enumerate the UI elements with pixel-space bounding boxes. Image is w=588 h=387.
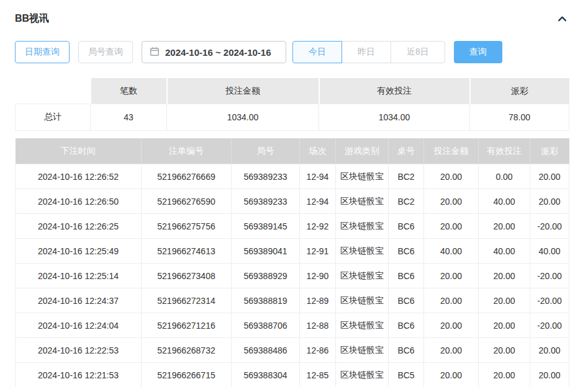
table-row: 2024-10-16 12:24:37 521966272314 5693888…: [16, 288, 569, 313]
cell-session: 12-94: [300, 164, 336, 189]
cell-session: 12-90: [300, 264, 336, 288]
cell-valid-bet: 20.00: [479, 338, 530, 363]
table-row: 2024-10-16 12:26:50 521966276590 5693892…: [16, 189, 569, 214]
header-payout: 派彩: [530, 138, 569, 164]
header-order-no: 注单编号: [142, 138, 232, 164]
cell-payout: 40.00: [530, 239, 569, 264]
cell-payout: -20.00: [530, 264, 569, 288]
cell-game-type: 区块链骰宝: [336, 264, 389, 288]
round-query-tab[interactable]: 局号查询: [78, 41, 133, 63]
summary-header-valid: 有效投注: [319, 78, 470, 104]
cell-round-no: 569388486: [232, 338, 300, 363]
header-table-no: 桌号: [389, 138, 424, 164]
table-row: 2024-10-16 12:26:52 521966276669 5693892…: [16, 164, 569, 189]
cell-bet-time: 2024-10-16 12:24:37: [16, 288, 142, 313]
cell-session: 12-88: [300, 313, 336, 338]
bet-amount-link[interactable]: 20.00: [424, 164, 479, 189]
panel: BB视讯 日期查询 局号查询 2024-10-16 ~ 2024-10-16 今…: [0, 0, 588, 387]
cell-session: 12-91: [300, 239, 336, 264]
bet-records-table: 下注时间 注单编号 局号 场次 游戏类别 桌号 投注金额 有效投注 派彩 202…: [15, 138, 569, 387]
cell-order-no: 521966276590: [142, 189, 232, 214]
cell-payout: -20.00: [530, 288, 569, 313]
cell-bet-time: 2024-10-16 12:22:53: [16, 338, 142, 363]
summary-total-payout: 78.00: [470, 104, 569, 131]
cell-bet-time: 2024-10-16 12:21:53: [16, 363, 142, 387]
header-session: 场次: [300, 138, 336, 164]
cell-payout: 20.00: [530, 363, 569, 387]
cell-order-no: 521966271216: [142, 313, 232, 338]
cell-order-no: 521966266715: [142, 363, 232, 387]
cell-session: 12-85: [300, 363, 336, 387]
cell-game-type: 区块链骰宝: [336, 338, 389, 363]
cell-order-no: 521966273408: [142, 264, 232, 288]
cell-table-no: BC6: [389, 288, 424, 313]
table-row: 2024-10-16 12:25:14 521966273408 5693889…: [16, 264, 569, 288]
cell-table-no: BC6: [389, 264, 424, 288]
cell-valid-bet: 40.00: [479, 239, 530, 264]
quick-range-last8days[interactable]: 近8日: [391, 41, 445, 63]
quick-range-today[interactable]: 今日: [292, 41, 342, 63]
bet-amount-link[interactable]: 20.00: [424, 264, 479, 288]
cell-table-no: BC6: [389, 214, 424, 239]
date-range-input[interactable]: 2024-10-16 ~ 2024-10-16: [142, 41, 286, 63]
cell-order-no: 521966268732: [142, 338, 232, 363]
date-query-tab[interactable]: 日期查询: [15, 41, 70, 63]
cell-game-type: 区块链骰宝: [336, 214, 389, 239]
cell-session: 12-92: [300, 214, 336, 239]
bet-amount-link[interactable]: 40.00: [424, 239, 479, 264]
cell-payout: 20.00: [530, 338, 569, 363]
summary-header-count: 笔数: [91, 78, 167, 104]
chevron-up-icon: [557, 17, 568, 26]
cell-game-type: 区块链骰宝: [336, 313, 389, 338]
cell-round-no: 569389233: [232, 189, 300, 214]
summary-header-bet: 投注金额: [167, 78, 319, 104]
bet-amount-link[interactable]: 20.00: [424, 288, 479, 313]
cell-game-type: 区块链骰宝: [336, 288, 389, 313]
cell-round-no: 569389145: [232, 214, 300, 239]
cell-bet-time: 2024-10-16 12:24:04: [16, 313, 142, 338]
cell-order-no: 521966274613: [142, 239, 232, 264]
table-row: 2024-10-16 12:21:53 521966266715 5693883…: [16, 363, 569, 387]
bet-amount-link[interactable]: 20.00: [424, 363, 479, 387]
panel-header: BB视讯: [15, 12, 569, 25]
bet-amount-link[interactable]: 20.00: [424, 189, 479, 214]
date-range-value: 2024-10-16 ~ 2024-10-16: [165, 47, 271, 58]
cell-bet-time: 2024-10-16 12:25:49: [16, 239, 142, 264]
quick-range-yesterday[interactable]: 昨日: [341, 41, 391, 63]
table-row: 2024-10-16 12:22:53 521966268732 5693884…: [16, 338, 569, 363]
cell-table-no: BC5: [389, 363, 424, 387]
cell-round-no: 569388819: [232, 288, 300, 313]
table-row: 2024-10-16 12:24:04 521966271216 5693887…: [16, 313, 569, 338]
cell-round-no: 569388304: [232, 363, 300, 387]
cell-payout: -20.00: [530, 214, 569, 239]
search-button[interactable]: 查询: [454, 41, 502, 63]
cell-order-no: 521966272314: [142, 288, 232, 313]
cell-payout: -20.00: [530, 313, 569, 338]
cell-session: 12-89: [300, 288, 336, 313]
cell-round-no: 569388929: [232, 264, 300, 288]
bet-table-body: 2024-10-16 12:26:52 521966276669 5693892…: [16, 164, 569, 387]
cell-table-no: BC2: [389, 189, 424, 214]
cell-game-type: 区块链骰宝: [336, 363, 389, 387]
filter-bar: 日期查询 局号查询 2024-10-16 ~ 2024-10-16 今日 昨日 …: [15, 41, 569, 63]
cell-bet-time: 2024-10-16 12:26:25: [16, 214, 142, 239]
summary-total-label: 总计: [16, 104, 91, 131]
summary-total-bet: 1034.00: [167, 104, 319, 131]
cell-table-no: BC2: [389, 164, 424, 189]
cell-round-no: 569389041: [232, 239, 300, 264]
header-round-no: 局号: [232, 138, 300, 164]
cell-game-type: 区块链骰宝: [336, 189, 389, 214]
collapse-button[interactable]: [556, 12, 569, 25]
cell-game-type: 区块链骰宝: [336, 164, 389, 189]
bet-table-header-row: 下注时间 注单编号 局号 场次 游戏类别 桌号 投注金额 有效投注 派彩: [16, 138, 569, 164]
bet-amount-link[interactable]: 20.00: [424, 313, 479, 338]
cell-round-no: 569389233: [232, 164, 300, 189]
header-bet-amount: 投注金额: [424, 138, 479, 164]
cell-session: 12-86: [300, 338, 336, 363]
summary-header-row: 笔数 投注金额 有效投注 派彩: [16, 78, 569, 104]
calendar-icon: [150, 47, 160, 58]
cell-table-no: BC6: [389, 338, 424, 363]
cell-valid-bet: 20.00: [479, 313, 530, 338]
bet-amount-link[interactable]: 20.00: [424, 214, 479, 239]
bet-amount-link[interactable]: 20.00: [424, 338, 479, 363]
